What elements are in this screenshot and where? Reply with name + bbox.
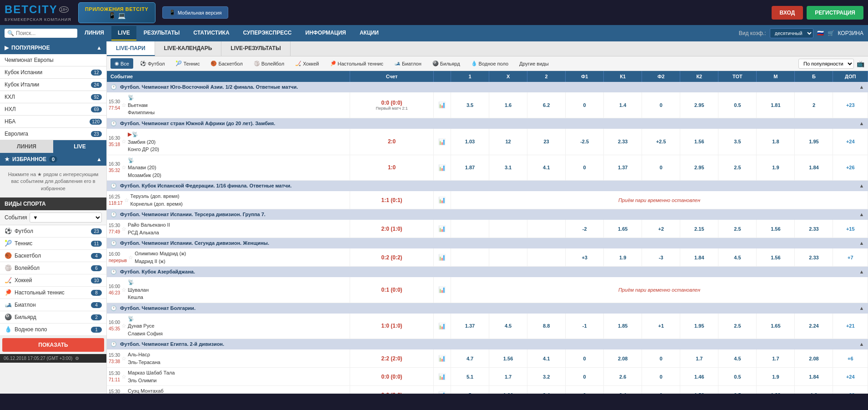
odds-m[interactable]: 1.83 (757, 386, 795, 394)
odds-f1[interactable]: 0 (566, 349, 604, 368)
odds-k1[interactable]: 2.4 (604, 386, 642, 394)
odds-m[interactable]: 1.81 (757, 92, 795, 118)
odds-1[interactable] (451, 220, 489, 238)
live-tab-pari[interactable]: LIVE-ПАРИ (107, 41, 155, 56)
odds-2[interactable]: 6.2 (527, 92, 566, 118)
odds-b[interactable]: 1.9 (795, 386, 833, 394)
app-button[interactable]: ПРИЛОЖЕНИЯ BETСITY 📱 💻 (78, 2, 156, 23)
odds-b[interactable]: 2.24 (795, 314, 833, 339)
sidebar-popular-header[interactable]: ▶ ПОПУЛЯРНОЕ ▲ (0, 41, 106, 54)
odds-f2[interactable]: 0 (642, 92, 680, 118)
dop-cell[interactable]: +15 (833, 220, 868, 238)
section-header-row[interactable]: 🕐 Футбол. Чемпионат Юго-Восточной Азии. … (107, 82, 868, 92)
odds-2[interactable]: 4.1 (527, 349, 566, 368)
coef-select[interactable]: десятичный (770, 28, 813, 38)
star-icon[interactable]: ☆ (121, 323, 126, 329)
sport-item-billiards[interactable]: 🎱 Бильярд 2 (0, 311, 106, 324)
stats-chart-icon[interactable]: 📊 (438, 101, 446, 108)
reg-button[interactable]: РЕГИСТРАЦИЯ (807, 6, 863, 20)
odds-f1[interactable]: 0 (566, 386, 604, 394)
sidebar-item-khl[interactable]: КХЛ 92 (0, 91, 106, 103)
vhod-button[interactable]: ВХОД (772, 6, 803, 20)
section-expand-icon[interactable]: ▲ (859, 84, 864, 90)
stats-icon-cell[interactable]: 📊 (433, 248, 451, 267)
odds-k2[interactable]: 1.7 (680, 349, 718, 368)
odds-b[interactable]: 2.08 (795, 349, 833, 368)
odds-f2[interactable]: 0 (642, 349, 680, 368)
filter-others[interactable]: Другие виды (515, 59, 553, 69)
odds-f2[interactable]: 0 (642, 155, 680, 181)
section-expand-icon[interactable]: ▲ (859, 183, 864, 188)
sport-item-basketball[interactable]: 🏀 Баскетбол 4 (0, 250, 106, 262)
sidebar-item-kubokispanii[interactable]: Кубок Испании 12 (0, 66, 106, 79)
odds-1[interactable]: 1.03 (451, 129, 489, 155)
odds-x[interactable] (489, 248, 527, 267)
odds-2[interactable]: 3.4 (527, 386, 566, 394)
odds-k1[interactable]: 1.85 (604, 314, 642, 339)
odds-b[interactable]: 2.33 (795, 248, 833, 267)
odds-1[interactable]: 4.7 (451, 349, 489, 368)
mobile-button[interactable]: 📱 Мобильная версия (162, 6, 229, 19)
nav-stats[interactable]: СТАТИСТИКА (187, 26, 236, 40)
show-button[interactable]: ПОКАЗАТЬ (2, 338, 104, 352)
filter-biathlon[interactable]: 🎿 Биатлон (390, 58, 426, 69)
odds-f2[interactable]: 0 (642, 386, 680, 394)
nav-superexpress[interactable]: СУПЕРЭКСПРЕСС (237, 26, 298, 40)
sidebar-tab-liniya[interactable]: ЛИНИЯ (0, 140, 53, 153)
section-header-row[interactable]: 🕐 Футбол. Чемпионат Испании. Сегунда див… (107, 238, 868, 249)
search-input[interactable] (16, 30, 70, 36)
nav-results[interactable]: РЕЗУЛЬТАТЫ (137, 26, 186, 40)
stats-icon-cell[interactable]: 📊 (433, 155, 451, 181)
sport-item-biathlon[interactable]: 🎿 Биатлон 4 (0, 299, 106, 311)
stream-icon[interactable]: 📡 (128, 279, 134, 285)
odds-m[interactable]: 1.9 (757, 368, 795, 386)
odds-k2[interactable]: 2.95 (680, 155, 718, 181)
odds-k2[interactable]: 2.15 (680, 220, 718, 238)
odds-m[interactable]: 1.7 (757, 349, 795, 368)
odds-2[interactable] (527, 248, 566, 267)
dop-cell[interactable]: +23 (833, 386, 868, 394)
dop-cell[interactable]: +24 (833, 129, 868, 155)
filter-volleyball[interactable]: 🏐 Волейбол (250, 58, 289, 69)
odds-k2[interactable]: 1.56 (680, 129, 718, 155)
stats-icon-cell[interactable]: 📊 (433, 220, 451, 238)
sport-item-tennis[interactable]: 🎾 Теннис 11 (0, 238, 106, 250)
star-icon[interactable]: ☆ (121, 226, 126, 232)
stats-icon-cell[interactable]: 📊 (433, 277, 451, 303)
stats-icon-cell[interactable]: 📊 (433, 92, 451, 118)
live-tab-calendar[interactable]: LIVE-КАЛЕНДАРЬ (155, 41, 222, 56)
sidebar-item-evroliga[interactable]: Евролига 23 (0, 128, 106, 140)
dop-cell[interactable]: +23 (833, 92, 868, 118)
odds-tot[interactable]: 0.5 (718, 386, 757, 394)
stats-chart-icon[interactable]: 📊 (438, 355, 446, 362)
sidebar-item-nhl[interactable]: НХЛ 69 (0, 103, 106, 116)
stats-icon-cell[interactable]: 📊 (433, 349, 451, 368)
odds-1[interactable] (451, 248, 489, 267)
sport-item-tabletennis[interactable]: 🏓 Настольный теннис 8 (0, 287, 106, 299)
odds-x[interactable]: 3.1 (489, 155, 527, 181)
filter-basketball[interactable]: 🏀 Баскетбол (206, 58, 246, 69)
filter-tabletennis[interactable]: 🏓 Настольный теннис (326, 58, 388, 69)
section-header-row[interactable]: 🕐 Футбол. Кубок Азербайджана. ▲ (107, 267, 868, 278)
odds-2[interactable]: 8.8 (527, 314, 566, 339)
odds-2[interactable]: 4.1 (527, 155, 566, 181)
section-expand-icon[interactable]: ▲ (859, 305, 864, 311)
odds-tot[interactable]: 0.5 (718, 92, 757, 118)
odds-f2[interactable]: -3 (642, 248, 680, 267)
odds-1[interactable]: 5.1 (451, 368, 489, 386)
odds-2[interactable]: 23 (527, 129, 566, 155)
odds-k1[interactable]: 1.65 (604, 220, 642, 238)
stream-icon[interactable]: 📡 (128, 95, 134, 100)
youtube-icon[interactable]: ▶ (128, 131, 132, 137)
odds-k1[interactable]: 2.08 (604, 349, 642, 368)
filter-waterpolo[interactable]: 💧 Водное поло (467, 58, 513, 69)
stats-chart-icon[interactable]: 📊 (438, 164, 446, 171)
odds-f2[interactable]: 0 (642, 368, 680, 386)
nav-liniya[interactable]: ЛИНИЯ (78, 26, 110, 40)
stats-chart-icon[interactable]: 📊 (438, 254, 446, 261)
filter-all[interactable]: ◉ Все (110, 58, 133, 69)
odds-f1[interactable]: 0 (566, 368, 604, 386)
section-expand-icon[interactable]: ▲ (859, 212, 864, 217)
dop-cell[interactable]: +26 (833, 155, 868, 181)
filter-football[interactable]: ⚽ Футбол (136, 58, 169, 69)
